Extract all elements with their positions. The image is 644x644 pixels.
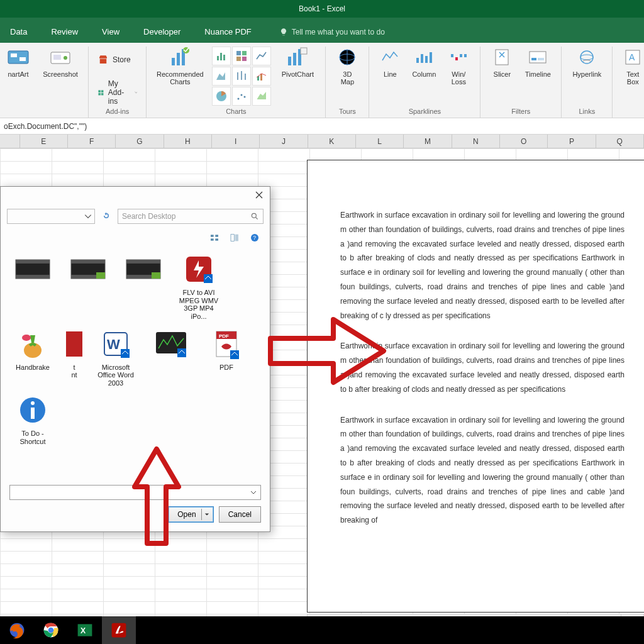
addins-icon [97, 87, 104, 98]
file-item[interactable]: FLV to AVI MPEG WMV 3GP MP4 iPo... [175, 252, 222, 321]
store-icon [97, 54, 109, 65]
my-addins-button[interactable]: My Add-ins [96, 77, 138, 108]
ribbon-tabs: Data Review View Developer Nuance PDF Te… [0, 18, 644, 43]
col-O[interactable]: O [500, 135, 548, 148]
store-button[interactable]: Store [96, 52, 138, 68]
bar-chart-icon [215, 50, 228, 62]
textbox-button[interactable]: A Text Box [620, 47, 644, 86]
tab-view[interactable]: View [99, 22, 122, 43]
slicer-button[interactable]: Slicer [488, 47, 516, 78]
acrobat-icon [110, 621, 128, 639]
word-icon: W [101, 329, 131, 359]
screenshot-label: Screenshot [43, 70, 78, 78]
col-E[interactable]: E [20, 135, 68, 148]
file-item[interactable]: t nt [65, 327, 84, 387]
file-item[interactable]: W Microsoft Office Word 2003 [92, 327, 139, 387]
info-icon [18, 395, 48, 425]
sparkline-line-button[interactable]: Line [377, 47, 403, 78]
col-M[interactable]: M [404, 135, 452, 148]
taskbar-chrome[interactable] [34, 616, 68, 644]
col-N[interactable]: N [452, 135, 500, 148]
svg-text:W: W [107, 336, 120, 352]
dialog-search-input[interactable]: Search Desktop [118, 209, 264, 224]
sparkline-winloss-button[interactable]: Win/ Loss [445, 47, 472, 86]
timeline-button[interactable]: Timeline [522, 47, 553, 78]
svg-rect-11 [177, 53, 180, 65]
worksheet-grid[interactable]: Earthwork in surface excavation in ordin… [0, 148, 644, 626]
file-item[interactable] [120, 252, 167, 321]
svg-rect-18 [242, 51, 247, 55]
tab-nuance-pdf[interactable]: Nuance PDF [202, 22, 253, 43]
svg-rect-9 [101, 92, 104, 95]
smartart-button[interactable]: nartArt [3, 47, 34, 78]
lightbulb-icon [279, 28, 288, 36]
svg-rect-1 [11, 53, 17, 57]
svg-rect-37 [451, 54, 453, 57]
svg-rect-44 [538, 58, 544, 60]
camera-icon [50, 48, 71, 66]
col-K[interactable]: K [308, 135, 356, 148]
col-I[interactable]: I [212, 135, 260, 148]
sparkline-column-icon [415, 50, 433, 64]
svg-rect-16 [223, 55, 225, 60]
tell-me-box[interactable]: Tell me what you want to do [279, 28, 385, 43]
col-H[interactable]: H [164, 135, 212, 148]
timeline-label: Timeline [525, 70, 551, 78]
svg-point-87 [31, 401, 35, 405]
sparkline-column-button[interactable]: Column [409, 47, 438, 78]
preview-pane-icon[interactable] [230, 233, 240, 243]
window-titlebar: Book1 - Excel [0, 0, 644, 18]
col-J[interactable]: J [260, 135, 308, 148]
svg-rect-41 [496, 50, 508, 65]
formula-bar[interactable]: oExch.Document.DC","") [0, 118, 644, 135]
dialog-close-button[interactable] [252, 188, 266, 202]
charts-group-label: Charts [154, 108, 318, 116]
combo-chart-icon [255, 70, 268, 82]
file-item-pdf[interactable]: PDF PDF [203, 327, 250, 387]
doc-paragraph-1: Earthwork in surface excavation in ordin… [340, 208, 625, 323]
file-item[interactable] [65, 252, 111, 321]
col-F[interactable]: F [68, 135, 116, 148]
col-L[interactable]: L [356, 135, 404, 148]
refresh-button[interactable] [103, 212, 110, 221]
cancel-button-label: Cancel [228, 510, 252, 519]
col-G[interactable]: G [116, 135, 164, 148]
cancel-button[interactable]: Cancel [219, 506, 261, 523]
illustrations-group-label [3, 115, 80, 116]
file-item[interactable]: To Do - Shortcut [9, 393, 56, 445]
svg-rect-20 [242, 57, 247, 61]
3dmap-button[interactable]: 3D Map [333, 47, 361, 86]
svg-rect-36 [430, 52, 432, 63]
chart-type-gallery[interactable] [212, 47, 271, 65]
help-icon[interactable]: ? [250, 233, 260, 243]
hyperlink-button[interactable]: Hyperlink [569, 47, 604, 78]
taskbar: X [0, 616, 644, 644]
tab-developer[interactable]: Developer [141, 22, 183, 43]
sparkline-line-icon [381, 50, 399, 64]
svg-rect-6 [98, 90, 101, 92]
globe-icon [338, 48, 357, 67]
file-item[interactable] [9, 252, 56, 321]
tell-me-label: Tell me what you want to do [292, 28, 385, 36]
pivotchart-button[interactable]: PivotChart [277, 47, 318, 78]
file-item[interactable]: Handbrake [9, 327, 56, 387]
tab-review[interactable]: Review [48, 22, 80, 43]
pdf-cut-icon [66, 329, 82, 359]
svg-point-90 [48, 628, 54, 633]
tab-data[interactable]: Data [8, 22, 30, 43]
svg-rect-72 [204, 274, 213, 283]
file-item[interactable] [148, 327, 194, 387]
col-P[interactable]: P [548, 135, 596, 148]
screenshot-button[interactable]: Screenshot [40, 47, 80, 78]
formula-content: oExch.Document.DC","") [4, 122, 87, 131]
recommended-charts-button[interactable]: Recommended Charts [154, 47, 206, 86]
col-Q[interactable]: Q [596, 135, 644, 148]
svg-point-26 [244, 96, 246, 98]
taskbar-acrobat[interactable] [102, 616, 136, 644]
svg-rect-68 [126, 260, 160, 264]
taskbar-excel[interactable]: X [68, 616, 102, 644]
taskbar-firefox[interactable] [0, 616, 34, 644]
view-options-icon[interactable] [209, 233, 219, 243]
svg-rect-38 [455, 57, 458, 60]
address-bar[interactable] [7, 209, 95, 224]
